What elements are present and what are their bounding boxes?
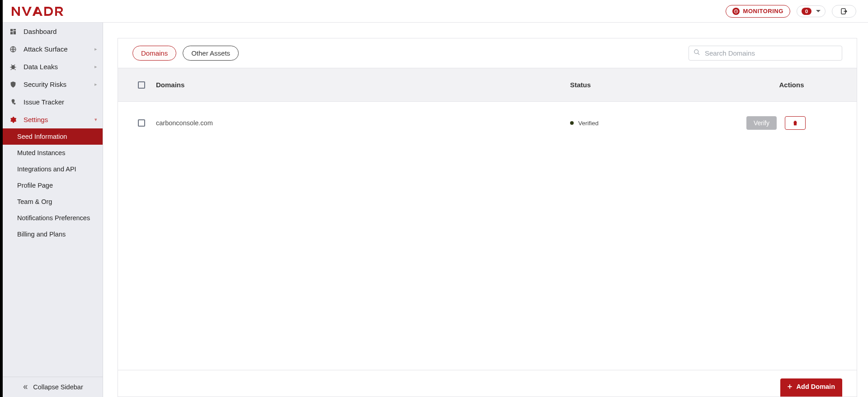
- monitoring-button[interactable]: MONITORING: [726, 5, 790, 18]
- main-area: Domains Other Assets Domains Status Acti…: [103, 23, 868, 397]
- delete-domain-button[interactable]: [785, 116, 806, 130]
- svg-point-9: [11, 65, 15, 69]
- sidebar-item-label: Dashboard: [24, 28, 57, 35]
- gear-icon: [9, 116, 17, 123]
- sidebar-sub-label: Seed Information: [17, 133, 67, 140]
- monitoring-label: MONITORING: [743, 8, 783, 14]
- sidebar-item-label: Settings: [24, 116, 48, 123]
- add-domain-button[interactable]: Add Domain: [780, 378, 842, 397]
- column-header-status: Status: [570, 81, 746, 89]
- tab-label: Domains: [141, 49, 168, 57]
- sidebar-sub-profile-page[interactable]: Profile Page: [3, 177, 103, 194]
- add-domain-label: Add Domain: [797, 383, 835, 390]
- clock-icon: [732, 8, 740, 15]
- sidebar-item-issue-tracker[interactable]: Issue Tracker: [3, 93, 103, 111]
- sidebar-item-label: Security Risks: [24, 80, 66, 88]
- sidebar-scroll: Dashboard Attack Surface ▸ Data Leaks ▸ …: [3, 23, 103, 377]
- topbar-right-group: MONITORING 0: [726, 5, 856, 18]
- svg-rect-4: [10, 29, 13, 31]
- globe-icon: [9, 46, 17, 53]
- logout-button[interactable]: [832, 5, 856, 18]
- trash-icon: [792, 120, 798, 126]
- domains-table-header: Domains Status Actions: [118, 68, 857, 102]
- tab-label: Other Assets: [191, 49, 230, 57]
- card-footer: Add Domain: [118, 370, 857, 397]
- sidebar-sub-integrations-api[interactable]: Integrations and API: [3, 161, 103, 177]
- verify-button[interactable]: Verify: [746, 116, 777, 130]
- sidebar-item-label: Issue Tracker: [24, 98, 64, 106]
- svg-rect-6: [14, 31, 16, 34]
- sidebar-sub-label: Team & Org: [17, 198, 52, 205]
- chevron-right-icon: ▸: [94, 81, 97, 87]
- verify-button-label: Verify: [754, 119, 769, 127]
- brand-logo[interactable]: [12, 6, 71, 16]
- sidebar-sub-label: Muted Instances: [17, 149, 65, 156]
- search-icon: [693, 49, 700, 57]
- collapse-sidebar-label: Collapse Sidebar: [33, 383, 83, 391]
- asset-tabs: Domains Other Assets: [132, 46, 239, 61]
- tab-domains[interactable]: Domains: [132, 46, 176, 61]
- notifications-count-badge: 0: [802, 8, 811, 15]
- domain-name-cell: carbonconsole.com: [156, 119, 570, 127]
- pin-icon: [9, 99, 17, 106]
- sidebar-item-settings[interactable]: Settings ▾: [3, 111, 103, 128]
- sidebar-sub-billing-plans[interactable]: Billing and Plans: [3, 226, 103, 242]
- bug-icon: [9, 63, 17, 71]
- sidebar-sub-muted-instances[interactable]: Muted Instances: [3, 145, 103, 161]
- row-checkbox[interactable]: [138, 119, 145, 127]
- sidebar-item-dashboard[interactable]: Dashboard: [3, 23, 103, 40]
- logout-icon: [840, 7, 848, 15]
- row-actions: Verify: [746, 116, 837, 130]
- svg-marker-0: [12, 7, 20, 16]
- sidebar-sub-label: Profile Page: [17, 182, 53, 189]
- sidebar-item-data-leaks[interactable]: Data Leaks ▸: [3, 58, 103, 76]
- svg-marker-1: [22, 7, 32, 16]
- sidebar-sub-notifications-preferences[interactable]: Notifications Preferences: [3, 210, 103, 226]
- double-chevron-left-icon: [22, 384, 28, 390]
- card-header: Domains Other Assets: [118, 38, 857, 68]
- sidebar-item-security-risks[interactable]: Security Risks ▸: [3, 76, 103, 93]
- select-all-checkbox[interactable]: [138, 81, 145, 89]
- collapse-sidebar-button[interactable]: Collapse Sidebar: [3, 377, 103, 397]
- seed-info-card: Domains Other Assets Domains Status Acti…: [118, 38, 857, 397]
- sidebar-item-attack-surface[interactable]: Attack Surface ▸: [3, 40, 103, 58]
- notifications-dropdown[interactable]: 0: [797, 5, 826, 17]
- table-row: carbonconsole.com Verified Verify: [118, 102, 857, 144]
- status-dot-icon: [570, 121, 574, 125]
- svg-point-10: [14, 103, 15, 104]
- chevron-down-icon: ▾: [94, 117, 97, 123]
- chevron-right-icon: ▸: [94, 64, 97, 70]
- chevron-down-icon: [816, 10, 821, 12]
- shield-icon: [9, 81, 17, 88]
- sidebar-item-label: Data Leaks: [24, 63, 58, 71]
- sidebar-sub-team-org[interactable]: Team & Org: [3, 194, 103, 210]
- dashboard-icon: [9, 28, 17, 35]
- sidebar-item-label: Attack Surface: [24, 45, 68, 53]
- column-header-actions: Actions: [746, 81, 837, 89]
- status-cell: Verified: [570, 120, 746, 127]
- sidebar: Dashboard Attack Surface ▸ Data Leaks ▸ …: [3, 23, 103, 397]
- search-domains-box[interactable]: [689, 46, 842, 61]
- plus-icon: [787, 383, 793, 390]
- column-header-domain: Domains: [156, 81, 570, 89]
- svg-rect-7: [10, 32, 13, 34]
- sidebar-sub-label: Notifications Preferences: [17, 214, 90, 222]
- sidebar-sub-label: Billing and Plans: [17, 231, 66, 238]
- sidebar-sub-label: Integrations and API: [17, 165, 76, 173]
- svg-rect-5: [14, 29, 16, 30]
- chevron-right-icon: ▸: [94, 46, 97, 52]
- tab-other-assets[interactable]: Other Assets: [183, 46, 239, 61]
- status-text: Verified: [578, 120, 599, 127]
- nvadr-logo-icon: [12, 6, 71, 16]
- search-input[interactable]: [704, 49, 837, 57]
- topbar: MONITORING 0: [3, 0, 868, 23]
- sidebar-sub-seed-information[interactable]: Seed Information: [3, 128, 103, 145]
- svg-point-11: [694, 50, 698, 54]
